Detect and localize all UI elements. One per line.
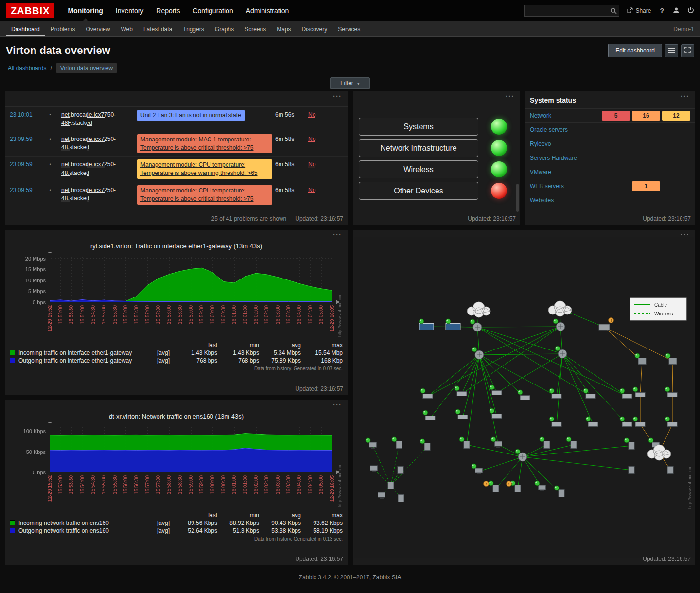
problem-time-link[interactable]: 23:09:59 bbox=[10, 134, 39, 142]
widget-menu-button[interactable]: ··· bbox=[330, 91, 345, 101]
status-group-link[interactable]: Websites bbox=[530, 197, 554, 204]
problem-ack-link[interactable]: No bbox=[308, 110, 332, 118]
legend-header: avg bbox=[260, 511, 302, 519]
status-orb-green bbox=[491, 140, 507, 156]
status-group-link[interactable]: Servers Hardware bbox=[530, 155, 577, 161]
badge-area: 51612 bbox=[602, 111, 690, 121]
dashboard-grid: ··· 23:10:01•net.brocade.icx7750-48F.sta… bbox=[5, 91, 695, 565]
traffic-graph-canvas-1[interactable] bbox=[9, 252, 344, 341]
filter-toggle-button[interactable]: Filter ▾ bbox=[330, 77, 370, 89]
status-group-link[interactable]: Network bbox=[530, 112, 551, 119]
problems-shown-note: 25 of 41 problems are shown bbox=[211, 215, 286, 222]
badge-area bbox=[602, 167, 690, 177]
status-group-link[interactable]: VMware bbox=[530, 169, 551, 175]
problem-ack-link[interactable]: No bbox=[308, 134, 332, 142]
tab-latest-data[interactable]: Latest data bbox=[138, 21, 177, 36]
problem-link[interactable]: Management module: CPU temperature: Temp… bbox=[137, 185, 272, 205]
menu-reports[interactable]: Reports bbox=[150, 0, 186, 21]
breadcrumb: All dashboards / Virton data overview bbox=[0, 60, 700, 76]
search-input[interactable] bbox=[527, 7, 610, 15]
tab-screens[interactable]: Screens bbox=[239, 21, 271, 36]
network-map-canvas[interactable] bbox=[354, 237, 694, 558]
scrollbar[interactable] bbox=[516, 184, 519, 212]
legend-row: Outgoing network traffic on ens160[avg]5… bbox=[9, 527, 344, 535]
legend-swatch bbox=[10, 528, 15, 533]
tab-problems[interactable]: Problems bbox=[45, 21, 81, 36]
map-nav-buttons: SystemsNetwork InfrastructureWirelessOth… bbox=[353, 91, 520, 200]
problem-time-link[interactable]: 23:09:59 bbox=[10, 159, 39, 168]
zabbix-sia-link[interactable]: Zabbix SIA bbox=[372, 574, 401, 581]
unack-dot-icon: • bbox=[42, 185, 58, 192]
tab-discovery[interactable]: Discovery bbox=[297, 21, 333, 36]
problem-cell: Management module: CPU temperature: Temp… bbox=[137, 185, 272, 205]
tab-graphs[interactable]: Graphs bbox=[210, 21, 239, 36]
problem-count-badge[interactable]: 1 bbox=[632, 181, 660, 191]
badge-area: 1 bbox=[602, 181, 690, 191]
problem-host-link[interactable]: net.brocade.icx7250-48.stacked bbox=[61, 185, 134, 203]
widget-menu-button[interactable]: ··· bbox=[330, 230, 345, 239]
problem-link[interactable]: Management module: MAC 1 temperature: Te… bbox=[137, 134, 272, 154]
problem-count-badge[interactable]: 12 bbox=[662, 111, 690, 121]
edit-dashboard-button[interactable]: Edit dashboard bbox=[608, 44, 662, 57]
share-button[interactable]: Share bbox=[627, 7, 651, 15]
map-nav-button-systems[interactable]: Systems bbox=[359, 118, 478, 136]
fullscreen-button[interactable] bbox=[681, 44, 694, 57]
status-group-link[interactable]: Ryleevo bbox=[530, 140, 551, 147]
problem-time-link[interactable]: 23:09:59 bbox=[10, 185, 39, 193]
traffic-graph-widget-1: ··· ryl.side1.virton: Traffic on interfa… bbox=[5, 230, 348, 395]
tab-overview[interactable]: Overview bbox=[80, 21, 115, 36]
problem-count-badge[interactable]: 16 bbox=[632, 111, 660, 121]
map-nav-row: Other Devices bbox=[359, 182, 520, 200]
status-group-link[interactable]: Oracle servers bbox=[530, 126, 568, 133]
breadcrumb-separator: / bbox=[50, 65, 52, 71]
unack-dot-icon: • bbox=[42, 159, 58, 167]
status-orb-green bbox=[491, 161, 507, 177]
graph-legend-table: lastminavgmaxIncoming network traffic on… bbox=[9, 511, 344, 535]
context-label: Demo-1 bbox=[673, 21, 694, 36]
signout-button[interactable] bbox=[687, 7, 694, 15]
problem-ack-link[interactable]: No bbox=[308, 159, 332, 168]
widget-updated: Updated: 23:16:57 bbox=[643, 556, 691, 562]
menu-monitoring[interactable]: Monitoring bbox=[61, 0, 109, 21]
breadcrumb-current[interactable]: Virton data overview bbox=[56, 63, 118, 73]
legend-swatch bbox=[10, 358, 15, 363]
menu-configuration[interactable]: Configuration bbox=[186, 0, 239, 21]
zabbix-logo[interactable]: ZABBIX bbox=[6, 3, 54, 18]
graph-footnote: Data from history. Generated in 0.07 sec… bbox=[5, 366, 343, 371]
problem-host-link[interactable]: net.brocade.icx7250-48.stacked bbox=[61, 134, 134, 152]
widget-menu-button[interactable]: ··· bbox=[678, 230, 692, 239]
menu-inventory[interactable]: Inventory bbox=[109, 0, 150, 21]
map-nav-button-wireless[interactable]: Wireless bbox=[359, 160, 478, 178]
status-group-link[interactable]: WEB servers bbox=[530, 183, 564, 190]
map-nav-button-network-infrastructure[interactable]: Network Infrastructure bbox=[359, 139, 478, 157]
graph-footnote: Data from history. Generated in 0.13 sec… bbox=[5, 536, 343, 541]
system-status-table: Network51612Oracle serversRyleevoServers… bbox=[525, 108, 695, 207]
widget-menu-button[interactable]: ··· bbox=[330, 400, 345, 409]
help-button[interactable]: ? bbox=[659, 7, 665, 15]
legend-header: max bbox=[302, 511, 344, 519]
problem-duration: 6m 56s bbox=[275, 110, 305, 118]
problem-ack-link[interactable]: No bbox=[308, 185, 332, 193]
map-nav-button-other-devices[interactable]: Other Devices bbox=[359, 182, 478, 200]
breadcrumb-all-dashboards[interactable]: All dashboards bbox=[8, 65, 46, 71]
tab-services[interactable]: Services bbox=[332, 21, 366, 36]
dashboard-list-button[interactable] bbox=[665, 44, 678, 57]
widget-menu-button[interactable]: ··· bbox=[503, 91, 517, 101]
problem-time-link[interactable]: 23:10:01 bbox=[10, 110, 39, 118]
widget-menu-button[interactable]: ··· bbox=[678, 91, 692, 101]
problem-host-link[interactable]: net.brocade.icx7750-48F.stacked bbox=[61, 110, 134, 128]
traffic-graph-canvas-2[interactable] bbox=[9, 422, 344, 511]
tab-dashboard[interactable]: Dashboard bbox=[6, 21, 45, 36]
search-icon[interactable] bbox=[610, 7, 617, 14]
problem-link[interactable]: Unit 2 Fan 3: Fan is not in normal state bbox=[137, 110, 245, 121]
tab-triggers[interactable]: Triggers bbox=[177, 21, 210, 36]
header-actions: Share ? bbox=[524, 5, 694, 17]
tab-maps[interactable]: Maps bbox=[271, 21, 296, 36]
menu-administration[interactable]: Administration bbox=[240, 0, 296, 21]
problem-count-badge[interactable]: 5 bbox=[602, 111, 630, 121]
tab-web[interactable]: Web bbox=[115, 21, 138, 36]
profile-button[interactable] bbox=[673, 7, 680, 15]
widget-title: System status bbox=[525, 91, 695, 108]
problem-link[interactable]: Management module: CPU temperature: Temp… bbox=[137, 159, 272, 179]
problem-host-link[interactable]: net.brocade.icx7250-48.stacked bbox=[61, 159, 134, 177]
